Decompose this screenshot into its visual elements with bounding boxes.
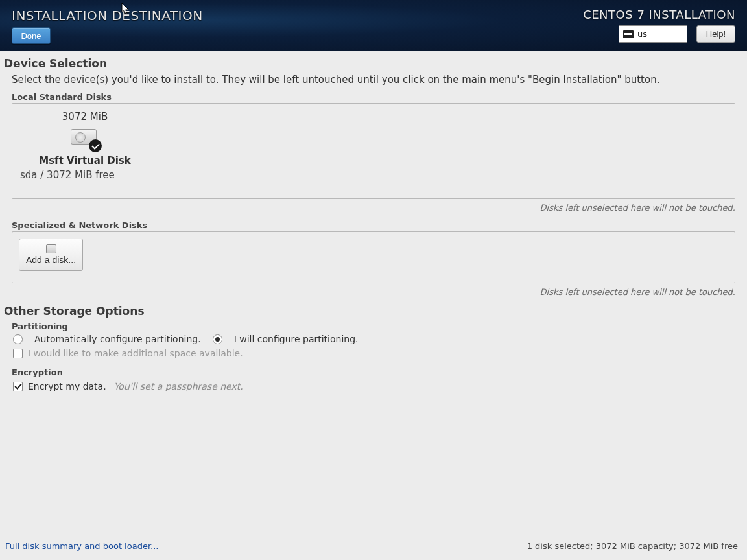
keyboard-icon — [623, 30, 634, 38]
footer-status: 1 disk selected; 3072 MiB capacity; 3072… — [527, 541, 738, 551]
partitioning-auto-radio[interactable] — [13, 334, 23, 344]
disk-capacity: 3072 MiB — [62, 111, 108, 122]
specialized-disk-icon — [46, 244, 56, 253]
done-button[interactable]: Done — [12, 27, 51, 44]
keyboard-layout-label: us — [637, 29, 647, 39]
partitioning-auto-label: Automatically configure partitioning. — [34, 334, 201, 344]
additional-space-label: I would like to make additional space av… — [28, 348, 243, 358]
additional-space-checkbox — [13, 349, 23, 358]
header-bar: INSTALLATION DESTINATION Done CENTOS 7 I… — [0, 0, 747, 51]
disk-summary-link[interactable]: Full disk summary and boot loader... — [5, 541, 158, 551]
storage-options-heading: Other Storage Options — [4, 305, 743, 318]
device-selection-heading: Device Selection — [4, 57, 743, 70]
passphrase-hint: You'll set a passphrase next. — [114, 381, 243, 391]
keyboard-layout-selector[interactable]: us — [619, 25, 687, 43]
partitioning-manual-label: I will configure partitioning. — [234, 334, 359, 344]
add-disk-button[interactable]: Add a disk... — [19, 239, 83, 271]
local-disks-label: Local Standard Disks — [12, 92, 743, 102]
disk-details: sda / 3072 MiB free — [20, 169, 115, 181]
help-button[interactable]: Help! — [696, 25, 735, 43]
selected-check-icon — [89, 139, 102, 152]
encryption-label: Encryption — [12, 368, 743, 377]
partitioning-label: Partitioning — [12, 321, 743, 331]
encrypt-label: Encrypt my data. — [28, 381, 106, 391]
page-title: INSTALLATION DESTINATION — [12, 8, 203, 23]
encrypt-checkbox[interactable] — [13, 382, 23, 391]
local-disks-hint: Disks left unselected here will not be t… — [4, 203, 735, 213]
device-selection-description: Select the device(s) you'd like to insta… — [12, 74, 743, 86]
disk-item[interactable]: 3072 MiB Msft Virtual Disk sda / 3072 Mi… — [20, 111, 150, 181]
add-disk-label: Add a disk... — [26, 255, 76, 265]
disk-name: Msft Virtual Disk — [39, 155, 131, 167]
partitioning-manual-radio[interactable] — [213, 334, 222, 344]
network-disks-label: Specialized & Network Disks — [12, 220, 743, 230]
network-disks-container: Add a disk... — [12, 231, 735, 283]
installer-title: CENTOS 7 INSTALLATION — [583, 8, 735, 21]
network-disks-hint: Disks left unselected here will not be t… — [4, 287, 735, 297]
local-disks-container: 3072 MiB Msft Virtual Disk sda / 3072 Mi… — [12, 103, 735, 199]
